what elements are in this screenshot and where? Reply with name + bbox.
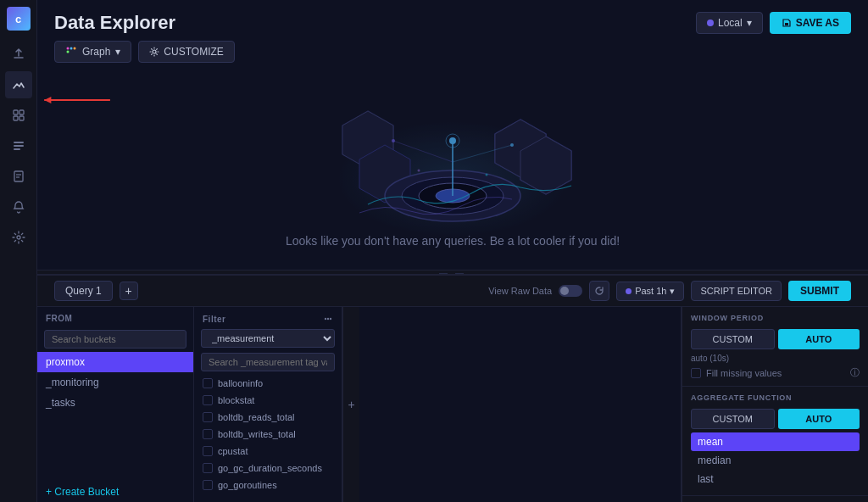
window-auto-button[interactable]: AUTO — [778, 329, 860, 349]
time-range-button[interactable]: Past 1h ▾ — [616, 282, 684, 301]
view-raw-label: View Raw Data — [488, 286, 552, 296]
measurement-search-input[interactable] — [201, 353, 335, 371]
svg-rect-13 — [785, 23, 788, 25]
svg-rect-3 — [19, 110, 24, 114]
sidebar-item-explore[interactable] — [5, 71, 32, 98]
fill-missing-label: Fill missing values — [706, 368, 782, 378]
fill-missing-info-icon[interactable]: ⓘ — [850, 366, 860, 379]
bucket-search-input[interactable] — [44, 330, 186, 349]
filter-dropdown[interactable]: _measurement — [201, 329, 335, 348]
bucket-item-tasks[interactable]: _tasks — [37, 393, 193, 413]
local-label: Local — [718, 17, 743, 29]
measurement-checkbox[interactable] — [203, 378, 213, 388]
empty-chart-message: Looks like you don't have any queries. B… — [286, 234, 620, 248]
sidebar-item-dashboards[interactable] — [5, 102, 32, 129]
time-dot-icon — [626, 288, 632, 294]
agg-item-mean[interactable]: mean — [691, 432, 860, 451]
measurement-item-blockstat[interactable]: blockstat — [194, 392, 342, 409]
agg-item-median[interactable]: median — [691, 451, 860, 470]
sidebar-item-settings[interactable] — [5, 224, 32, 251]
measurement-item-gc-duration[interactable]: go_gc_duration_seconds — [194, 460, 342, 477]
from-panel: FROM proxmox _monitoring _tasks + Create… — [37, 307, 194, 502]
measurement-checkbox[interactable] — [203, 429, 213, 439]
customize-label: CUSTOMIZE — [164, 46, 223, 58]
dropdown-chevron-icon: ▾ — [747, 17, 752, 29]
create-bucket-button[interactable]: + Create Bucket — [37, 482, 193, 502]
svg-point-41 — [327, 318, 329, 320]
agg-auto-button[interactable]: AUTO — [778, 409, 860, 429]
page-header: Data Explorer Local ▾ SAVE AS — [37, 0, 868, 41]
svg-rect-2 — [14, 110, 18, 114]
measurement-item-ballooninfo[interactable]: ballooninfo — [194, 375, 342, 392]
graph-icon — [65, 46, 77, 58]
save-as-button[interactable]: SAVE AS — [770, 12, 851, 34]
sidebar-item-upload[interactable] — [5, 41, 32, 68]
svg-rect-8 — [14, 148, 20, 150]
query-bar: Query 1 + View Raw Data Past 1h ▾ SCRI — [37, 276, 868, 307]
filter-panel-label: Filter — [203, 315, 225, 324]
svg-point-15 — [70, 47, 73, 50]
query-tab-1[interactable]: Query 1 — [54, 281, 113, 301]
window-auto-hint: auto (10s) — [691, 354, 860, 363]
bucket-list: proxmox _monitoring _tasks — [37, 352, 193, 482]
empty-chart-illustration — [317, 94, 588, 247]
measurement-item-cpustat[interactable]: cpustat — [194, 443, 342, 460]
agg-item-last[interactable]: last — [691, 470, 860, 488]
local-button[interactable]: Local ▾ — [696, 12, 763, 34]
right-panel: WINDOW PERIOD CUSTOM AUTO auto (10s) Fil… — [682, 307, 868, 502]
customize-button[interactable]: CUSTOMIZE — [138, 41, 234, 63]
sidebar-item-tasks[interactable] — [5, 163, 32, 190]
filter-header: Filter — [194, 307, 342, 327]
measurement-item-boltdb-writes[interactable]: boltdb_writes_total — [194, 426, 342, 443]
main-content: Data Explorer Local ▾ SAVE AS — [37, 0, 868, 502]
add-filter-column-button[interactable]: + — [342, 307, 359, 502]
svg-point-17 — [67, 51, 70, 53]
svg-rect-7 — [14, 145, 24, 147]
filter-options-icon[interactable] — [323, 314, 333, 324]
page-title: Data Explorer — [54, 12, 175, 34]
measurement-checkbox[interactable] — [203, 412, 213, 422]
sidebar-item-alerts[interactable] — [5, 193, 32, 220]
app-logo[interactable]: c — [7, 7, 31, 31]
measurement-list: ballooninfo blockstat boltdb_reads_total — [194, 375, 342, 502]
svg-point-42 — [330, 318, 331, 320]
view-raw-toggle[interactable] — [559, 285, 582, 297]
agg-custom-button[interactable]: CUSTOM — [691, 409, 775, 429]
measurement-item-goroutines[interactable]: go_goroutines — [194, 477, 342, 494]
measurement-checkbox[interactable] — [203, 395, 213, 405]
submit-button[interactable]: SUBMIT — [788, 281, 851, 301]
svg-point-12 — [17, 236, 20, 239]
view-toolbar: Graph ▾ CUSTOMIZE — [37, 41, 868, 71]
query-section: Query 1 + View Raw Data Past 1h ▾ SCRI — [37, 275, 868, 502]
svg-point-39 — [418, 170, 420, 172]
refresh-button[interactable] — [589, 281, 609, 301]
measurement-item-boltdb-reads[interactable]: boltdb_reads_total — [194, 409, 342, 426]
graph-type-button[interactable]: Graph ▾ — [54, 41, 131, 63]
svg-point-18 — [153, 50, 156, 53]
svg-point-37 — [392, 139, 395, 142]
query-panels: FROM proxmox _monitoring _tasks + Create… — [37, 307, 682, 502]
window-custom-button[interactable]: CUSTOM — [691, 329, 775, 349]
measurement-checkbox[interactable] — [203, 480, 213, 490]
filter-panel: Filter _measurement — [194, 307, 342, 502]
svg-rect-5 — [19, 116, 24, 120]
query-bar-left: Query 1 + — [54, 281, 138, 301]
bucket-item-proxmox[interactable]: proxmox — [37, 352, 193, 372]
svg-point-32 — [449, 137, 456, 144]
save-as-label: SAVE AS — [796, 17, 839, 29]
aggregate-list: mean median last — [691, 432, 860, 488]
query-bar-right: View Raw Data Past 1h ▾ SCRIPT EDITOR SU… — [488, 281, 851, 301]
graph-label: Graph — [82, 46, 110, 58]
measurement-checkbox[interactable] — [203, 463, 213, 473]
svg-point-36 — [510, 143, 514, 147]
add-query-button[interactable]: + — [120, 282, 138, 300]
from-panel-label: FROM — [37, 307, 193, 326]
svg-point-14 — [67, 47, 70, 50]
measurement-checkbox[interactable] — [203, 446, 213, 456]
bucket-item-monitoring[interactable]: _monitoring — [37, 372, 193, 393]
query-content: FROM proxmox _monitoring _tasks + Create… — [37, 307, 868, 502]
fill-missing-row: Fill missing values ⓘ — [691, 366, 860, 379]
sidebar-item-boards[interactable] — [5, 132, 32, 159]
fill-missing-checkbox[interactable] — [691, 368, 701, 378]
script-editor-button[interactable]: SCRIPT EDITOR — [691, 281, 782, 301]
